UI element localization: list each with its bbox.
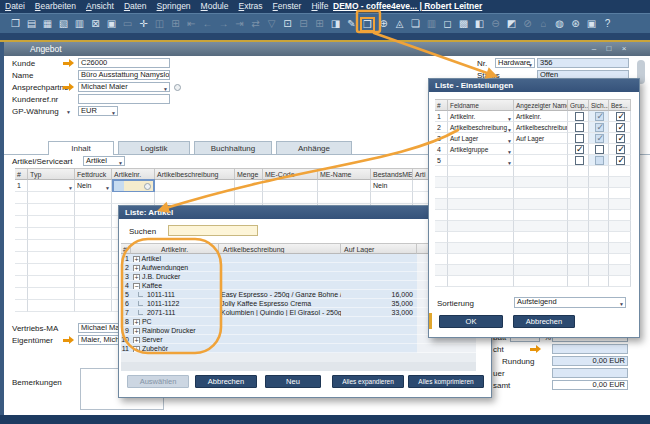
items-row1-cell[interactable] bbox=[318, 180, 371, 192]
toolbar-icon-7[interactable]: ▣ bbox=[104, 17, 119, 32]
toolbar-icon-24[interactable]: ⊕ bbox=[376, 17, 391, 32]
angezeigter-name-cell[interactable]: Artikelbeschreibung bbox=[514, 122, 568, 133]
items-empty-cell[interactable] bbox=[263, 192, 318, 204]
toolbar-icon-37[interactable]: ▣ bbox=[584, 17, 599, 32]
kundenref-input[interactable] bbox=[78, 94, 170, 104]
artikel-row-name[interactable]: + Zubehör bbox=[131, 344, 219, 353]
link-arrow-icon[interactable] bbox=[530, 345, 541, 353]
feldname-select[interactable]: Artikelnr.▼ bbox=[448, 111, 514, 122]
toolbar-icon-2[interactable]: ▤ bbox=[24, 17, 39, 32]
artikel-row-name[interactable]: + Artikel bbox=[131, 254, 219, 263]
items-empty-cell[interactable] bbox=[15, 264, 28, 276]
grup-checkbox[interactable] bbox=[575, 134, 584, 143]
waehrung-select[interactable]: EUR▼ bbox=[78, 106, 118, 116]
items-empty-cell[interactable] bbox=[75, 276, 112, 288]
items-empty-cell[interactable] bbox=[15, 276, 28, 288]
toolbar-icon-18[interactable]: ⊡ bbox=[280, 17, 295, 32]
toolbar-icon-6[interactable]: ⊠ bbox=[88, 17, 103, 32]
alles-komprimieren-button[interactable]: Alles komprimieren bbox=[408, 375, 484, 388]
bes-checkbox[interactable] bbox=[616, 145, 625, 154]
sich-checkbox[interactable] bbox=[595, 156, 604, 165]
items-row1-cell[interactable]: Nein bbox=[371, 180, 413, 192]
items-empty-cell[interactable] bbox=[28, 204, 75, 216]
total-input-samt[interactable]: 0,00 EUR bbox=[552, 380, 628, 390]
toolbar-icon-20[interactable]: ⊞ bbox=[312, 17, 327, 32]
items-empty-cell[interactable] bbox=[15, 192, 28, 204]
bes-checkbox[interactable] bbox=[616, 134, 625, 143]
info-circle-icon[interactable] bbox=[174, 84, 181, 91]
toolbar-icon-30[interactable]: ◧ bbox=[472, 17, 487, 32]
toolbar-icon-4[interactable]: ▧ bbox=[56, 17, 71, 32]
nr-input[interactable]: 356 bbox=[537, 58, 629, 68]
eigentuemer-link-arrow-icon[interactable] bbox=[63, 336, 74, 344]
items-empty-cell[interactable] bbox=[75, 228, 112, 240]
items-row1-cell[interactable] bbox=[155, 180, 235, 192]
artikel-row-name[interactable]: 1011-1122 bbox=[131, 299, 219, 308]
tree-expand-icon[interactable]: + bbox=[133, 319, 140, 326]
toolbar-icon-23[interactable]: ❒ bbox=[360, 17, 375, 32]
sich-checkbox[interactable] bbox=[595, 112, 604, 121]
items-empty-cell[interactable] bbox=[75, 264, 112, 276]
menu-item-module[interactable]: Module bbox=[201, 0, 229, 13]
items-empty-cell[interactable] bbox=[15, 216, 28, 228]
items-empty-cell[interactable] bbox=[28, 216, 75, 228]
bes-checkbox[interactable] bbox=[616, 112, 625, 121]
abbrechen-button[interactable]: Abbrechen bbox=[513, 315, 575, 328]
toolbar-icon-15[interactable]: ⇥ bbox=[232, 17, 247, 32]
toolbar-icon-3[interactable]: ▦ bbox=[40, 17, 55, 32]
toolbar-icon-21[interactable]: ◨ bbox=[328, 17, 343, 32]
bes-checkbox[interactable] bbox=[616, 156, 625, 165]
items-row1-cell[interactable] bbox=[263, 180, 318, 192]
sich-checkbox[interactable] bbox=[595, 145, 604, 154]
tree-expand-icon[interactable]: + bbox=[133, 346, 140, 353]
kunde-input[interactable]: C26000 bbox=[78, 58, 170, 68]
toolbar-icon-31[interactable]: ⊖ bbox=[488, 17, 503, 32]
kunde-link-arrow-icon[interactable] bbox=[63, 59, 74, 67]
menu-item-fenster[interactable]: Fenster bbox=[273, 0, 302, 13]
grup-checkbox[interactable] bbox=[575, 123, 584, 132]
artikel-row-name[interactable]: 2071-111 bbox=[131, 308, 219, 317]
grup-checkbox[interactable] bbox=[575, 156, 584, 165]
toolbar-icon-25[interactable]: ◬ bbox=[392, 17, 407, 32]
items-empty-cell[interactable] bbox=[235, 192, 263, 204]
toolbar-icon-14[interactable]: → bbox=[216, 17, 231, 32]
items-empty-cell[interactable] bbox=[371, 192, 413, 204]
total-input-cht[interactable] bbox=[552, 344, 628, 354]
items-row1-cell[interactable] bbox=[235, 180, 263, 192]
feldname-select[interactable]: Auf Lager▼ bbox=[448, 133, 514, 144]
feldname-select[interactable]: Artikelgruppe▼ bbox=[448, 144, 514, 155]
items-empty-cell[interactable] bbox=[28, 252, 75, 264]
menu-item-springen[interactable]: Springen bbox=[157, 0, 191, 13]
toolbar-icon-26[interactable]: ❏ bbox=[408, 17, 423, 32]
name-input[interactable]: Büro Ausstattung Namyslo GmbH bbox=[78, 70, 170, 80]
items-empty-cell[interactable] bbox=[28, 228, 75, 240]
nr-typ-select[interactable]: Hardware▼ bbox=[495, 58, 535, 68]
items-empty-cell[interactable] bbox=[15, 240, 28, 252]
items-empty-cell[interactable] bbox=[75, 192, 112, 204]
toolbar-icon-19[interactable]: ⊟ bbox=[296, 17, 311, 32]
angezeigter-name-cell[interactable]: Artikelnr. bbox=[514, 111, 568, 122]
toolbar-icon-34[interactable]: ⌂ bbox=[536, 17, 551, 32]
artikel-row-name[interactable]: + Server bbox=[131, 335, 219, 344]
artikel-row-name[interactable]: + Aufwendungen bbox=[131, 263, 219, 272]
minimize-button[interactable]: – bbox=[588, 42, 600, 56]
items-empty-cell[interactable] bbox=[15, 300, 28, 312]
ansprechpartner-select[interactable]: Michael Maier▼ bbox=[78, 82, 170, 92]
sich-checkbox[interactable] bbox=[595, 134, 604, 143]
items-empty-cell[interactable] bbox=[28, 300, 75, 312]
toolbar-icon-22[interactable]: ✎ bbox=[344, 17, 359, 32]
tree-collapse-icon[interactable]: − bbox=[133, 283, 140, 290]
tree-expand-icon[interactable]: + bbox=[133, 337, 140, 344]
toolbar-icon-38[interactable]: ? bbox=[600, 17, 615, 32]
tree-expand-icon[interactable]: + bbox=[133, 328, 140, 335]
items-empty-cell[interactable] bbox=[15, 252, 28, 264]
items-empty-cell[interactable] bbox=[75, 288, 112, 300]
feldname-select[interactable]: ▼ bbox=[448, 155, 514, 166]
artikel-row-name[interactable]: − Kaffee bbox=[131, 281, 219, 290]
tree-expand-icon[interactable]: + bbox=[133, 256, 140, 263]
toolbar-icon-10[interactable]: ◫ bbox=[152, 17, 167, 32]
toolbar-icon-29[interactable]: ▩ bbox=[456, 17, 471, 32]
items-empty-cell[interactable] bbox=[155, 192, 235, 204]
typ-select[interactable]: ▼ bbox=[28, 180, 75, 192]
toolbar-icon-33[interactable]: ⊘ bbox=[520, 17, 535, 32]
